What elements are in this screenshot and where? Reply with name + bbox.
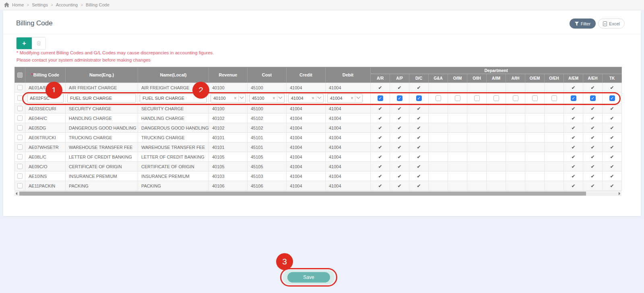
- column-header-department-ap: A/P: [390, 74, 409, 83]
- horizontal-scrollbar[interactable]: [14, 191, 621, 196]
- cell: 45101: [248, 133, 287, 142]
- clear-icon[interactable]: ×: [310, 95, 316, 101]
- column-header-department-oim: O/IM: [448, 74, 467, 83]
- cell: AE11PACKIN: [25, 181, 66, 191]
- department-checkbox[interactable]: ✓: [609, 95, 615, 101]
- cost-combobox[interactable]: 45100×: [249, 94, 285, 103]
- top-actions: Filter Excel: [570, 19, 625, 29]
- credit-combobox[interactable]: 41004×: [288, 94, 324, 103]
- revenue-combobox[interactable]: 40100×: [211, 94, 246, 103]
- row-select-checkbox[interactable]: [17, 173, 23, 179]
- row-select-checkbox[interactable]: [17, 154, 23, 159]
- column-header-revenue: Revenue: [209, 67, 248, 83]
- row-select-checkbox[interactable]: [17, 85, 23, 90]
- breadcrumb-accounting[interactable]: Accounting: [56, 2, 78, 7]
- row-select-checkbox[interactable]: [17, 144, 23, 150]
- row-select-checkbox[interactable]: [17, 164, 23, 169]
- cell: HANDLING CHARGE: [138, 113, 209, 123]
- check-icon: ✔: [590, 173, 594, 179]
- name-local-input[interactable]: [140, 94, 207, 103]
- row-select-checkbox[interactable]: [17, 116, 23, 121]
- column-header-department-oem: O/EM: [525, 74, 545, 83]
- save-button[interactable]: Save: [287, 272, 330, 283]
- column-header-department-tk: TK: [603, 74, 622, 83]
- department-checkbox[interactable]: [551, 95, 557, 101]
- name-eng-input[interactable]: [67, 94, 136, 103]
- table-row: AE03SECURISECURITY CHARGESECURITY CHARGE…: [15, 104, 622, 113]
- department-checkbox[interactable]: ✓: [571, 95, 576, 101]
- cell: TRUCKING CHARGE: [138, 133, 209, 142]
- delete-row-button[interactable]: [32, 37, 45, 49]
- row-select-checkbox[interactable]: [17, 106, 23, 111]
- cell: 41004: [287, 162, 326, 171]
- department-checkbox[interactable]: [493, 95, 499, 101]
- excel-icon: [603, 21, 607, 26]
- cell: 41004: [287, 181, 326, 191]
- check-icon: ✔: [571, 154, 575, 160]
- check-icon: ✔: [417, 154, 421, 160]
- debit-combobox[interactable]: 41004×: [327, 94, 363, 103]
- cell: 45105: [248, 152, 287, 162]
- clear-icon[interactable]: ×: [349, 95, 355, 101]
- check-icon: ✔: [571, 144, 575, 150]
- cell: 40102: [209, 123, 248, 133]
- department-checkbox[interactable]: [474, 95, 480, 101]
- cell: 41004: [326, 142, 371, 152]
- column-header-name-local: Name(Local): [138, 67, 209, 83]
- department-checkbox[interactable]: [532, 95, 538, 101]
- add-row-button[interactable]: +: [17, 37, 32, 49]
- row-select-checkbox[interactable]: [17, 135, 23, 140]
- cell: AE04H/C: [25, 113, 66, 123]
- column-header-debit: Debit: [326, 67, 371, 83]
- cell: PACKING: [66, 181, 138, 191]
- check-icon: ✔: [378, 135, 382, 140]
- cell: 40101: [209, 133, 248, 142]
- breadcrumb-billing-code[interactable]: Billing Code: [86, 2, 109, 7]
- check-icon: ✔: [610, 106, 614, 111]
- column-header-department-aim: A/IM: [487, 74, 506, 83]
- row-select-checkbox[interactable]: [17, 95, 23, 101]
- cell: 45106: [248, 181, 287, 191]
- select-all-checkbox[interactable]: [17, 72, 23, 78]
- check-icon: ✔: [417, 183, 421, 189]
- cell: HANDLING CHARGE: [66, 113, 138, 123]
- column-header-department-dc: D/C: [409, 74, 429, 83]
- check-icon: ✔: [571, 116, 575, 121]
- billing-code-input[interactable]: [27, 94, 64, 103]
- breadcrumb-home[interactable]: Home: [12, 2, 24, 7]
- department-checkbox[interactable]: [436, 95, 441, 101]
- warning-line-2: Please contact your system administrator…: [17, 58, 151, 62]
- column-header-department-ar: A/R: [371, 74, 390, 83]
- scrollbar-thumb[interactable]: [19, 192, 586, 196]
- breadcrumb-settings[interactable]: Settings: [32, 2, 48, 7]
- department-checkbox[interactable]: [513, 95, 518, 101]
- clear-icon[interactable]: ×: [233, 95, 238, 101]
- check-icon: ✔: [378, 125, 382, 131]
- row-select-checkbox[interactable]: [17, 125, 23, 130]
- excel-button[interactable]: Excel: [598, 19, 625, 29]
- cell: 40105: [209, 152, 248, 162]
- cell: AE06TRUCKI: [25, 133, 66, 142]
- check-icon: ✔: [590, 125, 594, 131]
- department-checkbox[interactable]: ✓: [416, 95, 422, 101]
- cell: 41004: [326, 113, 371, 123]
- check-icon: ✔: [571, 135, 575, 140]
- excel-button-label: Excel: [609, 21, 620, 26]
- cell: AE09C/O: [25, 162, 66, 171]
- cell: 40105: [209, 162, 248, 171]
- scroll-right-arrow-icon[interactable]: [619, 192, 620, 195]
- clear-icon[interactable]: ×: [271, 95, 277, 101]
- row-select-checkbox[interactable]: [17, 183, 23, 188]
- check-icon: ✔: [417, 85, 421, 91]
- cell: INSURANCE PREMIUM: [66, 171, 138, 181]
- cell: AIR FREIGHT CHARGE: [66, 83, 138, 93]
- department-checkbox[interactable]: [455, 95, 460, 101]
- cell: 41004: [287, 171, 326, 181]
- check-icon: ✔: [417, 164, 421, 169]
- cell: 41004: [326, 152, 371, 162]
- department-checkbox[interactable]: ✓: [590, 95, 596, 101]
- filter-button[interactable]: Filter: [570, 19, 596, 29]
- department-checkbox[interactable]: ✓: [397, 95, 402, 101]
- scroll-left-arrow-icon[interactable]: [16, 192, 17, 195]
- department-checkbox[interactable]: ✓: [378, 95, 383, 101]
